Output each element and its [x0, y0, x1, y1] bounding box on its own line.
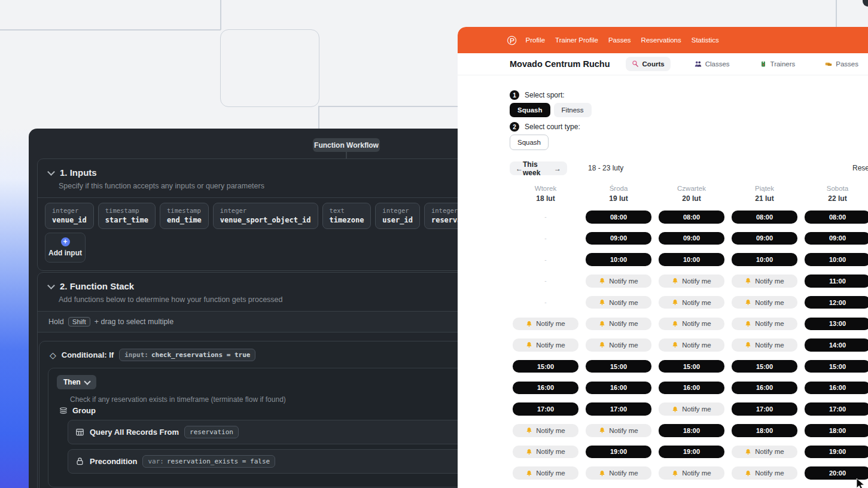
nav-item-passes[interactable]: Passes: [608, 36, 631, 44]
conditional-block[interactable]: ◇ Conditional: If input:check_reservatio…: [39, 341, 477, 488]
notify-me-button[interactable]: Notify me: [513, 424, 578, 437]
notify-me-button[interactable]: Notify me: [586, 338, 651, 352]
group-header[interactable]: Group: [59, 406, 474, 415]
notify-me-button[interactable]: Notify me: [586, 296, 651, 309]
time-slot-button-sobota-1600[interactable]: 16:00: [805, 382, 868, 395]
time-slot-button-pi-tek-1500[interactable]: 15:00: [732, 360, 797, 373]
time-slot-button-sobota-1400[interactable]: 14:00: [805, 338, 868, 352]
time-slot-button-czwartek-1900[interactable]: 19:00: [659, 446, 724, 459]
precondition-step[interactable]: Precondition var:reservation_exists = fa…: [68, 449, 462, 474]
then-dropdown-button[interactable]: Then: [57, 375, 96, 389]
reserve-link-clipped[interactable]: Reserv: [852, 164, 868, 172]
time-slot-button-czwartek-1500[interactable]: 15:00: [659, 360, 724, 373]
nav-item-reservations[interactable]: Reservations: [641, 36, 681, 44]
time-slot-button-wtorek-1500[interactable]: 15:00: [513, 360, 578, 373]
notify-me-button[interactable]: Notify me: [513, 466, 578, 480]
court-type-button-squash[interactable]: Squash: [510, 135, 549, 150]
venue-tab-passes[interactable]: Passes: [819, 57, 864, 71]
add-input-button[interactable]: + Add input: [45, 233, 86, 263]
notify-me-button[interactable]: Notify me: [659, 466, 724, 480]
time-slot-button-czwartek-0800[interactable]: 08:00: [659, 211, 724, 224]
time-slot-button-sobota-1800[interactable]: 18:00: [805, 424, 868, 437]
wireframe-hline-top: [0, 29, 221, 30]
notify-me-button[interactable]: Notify me: [659, 402, 724, 416]
chevron-down-icon[interactable]: [47, 282, 55, 289]
condition-expression-chip[interactable]: input:check_reservations = true: [119, 349, 255, 361]
bell-icon: [745, 299, 751, 306]
time-slot-button-sobota-1100[interactable]: 11:00: [805, 274, 868, 288]
query-table-chip[interactable]: reservation: [184, 426, 239, 438]
notify-me-button[interactable]: Notify me: [586, 318, 651, 331]
notify-me-button[interactable]: Notify me: [513, 338, 578, 352]
time-slot-button-wtorek-1700[interactable]: 17:00: [513, 402, 578, 416]
app-logo-icon[interactable]: ℗: [507, 34, 516, 47]
notify-me-button[interactable]: Notify me: [513, 318, 578, 331]
time-slot-button-sobota-1000[interactable]: 10:00: [805, 253, 868, 266]
time-slot-button-sobota-1300[interactable]: 13:00: [805, 318, 868, 331]
notify-me-button[interactable]: Notify me: [732, 446, 797, 459]
inputs-section-header[interactable]: 1. Inputs Specify if this function accep…: [38, 159, 478, 198]
notify-me-button[interactable]: Notify me: [586, 466, 651, 480]
time-slot-button-sobota-0800[interactable]: 08:00: [805, 211, 868, 224]
nav-item-trainer-profile[interactable]: Trainer Profile: [555, 36, 598, 44]
time-slot-button-pi-tek-0800[interactable]: 08:00: [732, 211, 797, 224]
nav-item-profile[interactable]: Profile: [525, 36, 545, 44]
time-slot-button-pi-tek-1800[interactable]: 18:00: [732, 424, 797, 437]
notify-me-button[interactable]: Notify me: [732, 338, 797, 352]
sport-button-fitness[interactable]: Fitness: [554, 103, 592, 117]
function-workflow-tab[interactable]: Function Workflow: [313, 138, 380, 152]
input-chip-venue-id[interactable]: integervenue_id: [45, 203, 94, 229]
time-slot-button-sobota-1500[interactable]: 15:00: [805, 360, 868, 373]
precondition-expression-chip[interactable]: var:reservation_exists = false: [142, 455, 275, 468]
time-slot-button-czwartek-1000[interactable]: 10:00: [659, 253, 724, 266]
inputs-section-title: 1. Inputs: [60, 167, 97, 178]
input-chip-user-id[interactable]: integeruser_id: [375, 203, 420, 229]
time-slot-button--roda-0800[interactable]: 08:00: [586, 211, 651, 224]
sport-button-squash[interactable]: Squash: [510, 103, 550, 117]
notify-me-button[interactable]: Notify me: [732, 466, 797, 480]
notify-me-button[interactable]: Notify me: [732, 296, 797, 309]
notify-me-button[interactable]: Notify me: [659, 318, 724, 331]
notify-me-button[interactable]: Notify me: [732, 274, 797, 288]
time-slot-button-sobota-1700[interactable]: 17:00: [805, 402, 868, 416]
venue-tab-trainers[interactable]: Trainers: [754, 57, 802, 71]
notify-me-button[interactable]: Notify me: [586, 424, 651, 437]
time-slot-button-czwartek-1800[interactable]: 18:00: [659, 424, 724, 437]
time-slot-button--roda-1500[interactable]: 15:00: [586, 360, 651, 373]
notify-me-button[interactable]: Notify me: [659, 338, 724, 352]
week-navigator[interactable]: ← This week →: [510, 161, 567, 175]
time-slot-button-sobota-1900[interactable]: 19:00: [805, 446, 868, 459]
venue-tab-classes[interactable]: Classes: [689, 57, 736, 71]
input-chip-venue-sport-object-id[interactable]: integervenue_sport_object_id: [213, 203, 318, 229]
stack-section-header[interactable]: 2. Function Stack Add functions below to…: [38, 273, 478, 312]
time-slot-button--roda-1600[interactable]: 16:00: [586, 382, 651, 395]
input-chip-timezone[interactable]: texttimezone: [322, 203, 371, 229]
time-slot-button-pi-tek-1000[interactable]: 10:00: [732, 253, 797, 266]
notify-me-button[interactable]: Notify me: [659, 274, 724, 288]
venue-tab-courts[interactable]: Courts: [626, 57, 671, 71]
chevron-down-icon[interactable]: [47, 168, 55, 176]
time-slot-button--roda-1000[interactable]: 10:00: [586, 253, 651, 266]
prev-week-arrow-icon[interactable]: ←: [516, 164, 523, 173]
time-slot-button-czwartek-1600[interactable]: 16:00: [659, 382, 724, 395]
nav-item-statistics[interactable]: Statistics: [692, 36, 719, 44]
function-workflow-panel: Function Workflow 1. Inputs Specify if t…: [29, 129, 483, 488]
time-slot-button-wtorek-1600[interactable]: 16:00: [513, 382, 578, 395]
notify-me-button[interactable]: Notify me: [732, 318, 797, 331]
query-records-step[interactable]: Query All Records From reservation: [68, 420, 462, 444]
time-slot-button-pi-tek-0900[interactable]: 09:00: [732, 232, 797, 245]
time-slot-button--roda-1900[interactable]: 19:00: [586, 446, 651, 459]
time-slot-button-pi-tek-1600[interactable]: 16:00: [732, 382, 797, 395]
input-chip-end-time[interactable]: timestampend_time: [160, 203, 209, 229]
notify-me-button[interactable]: Notify me: [586, 274, 651, 288]
time-slot-button-pi-tek-1700[interactable]: 17:00: [732, 402, 797, 416]
notify-me-button[interactable]: Notify me: [513, 446, 578, 459]
time-slot-button--roda-1700[interactable]: 17:00: [586, 402, 651, 416]
time-slot-button-sobota-0900[interactable]: 09:00: [805, 232, 868, 245]
time-slot-button-sobota-1200[interactable]: 12:00: [805, 296, 868, 309]
next-week-arrow-icon[interactable]: →: [554, 164, 561, 173]
time-slot-button-czwartek-0900[interactable]: 09:00: [659, 232, 724, 245]
time-slot-button--roda-0900[interactable]: 09:00: [586, 232, 651, 245]
notify-me-button[interactable]: Notify me: [659, 296, 724, 309]
input-chip-start-time[interactable]: timestampstart_time: [98, 203, 156, 229]
